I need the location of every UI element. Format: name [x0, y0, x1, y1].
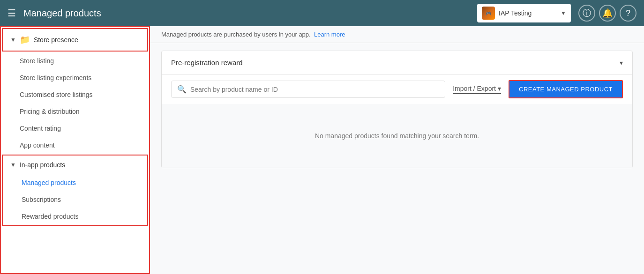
inapp-chevron-icon: ▼: [10, 162, 16, 168]
sidebar-item-store-listing-experiments[interactable]: Store listing experiments: [1, 69, 149, 86]
sidebar-section-store-presence[interactable]: ▼ 📁 Store presence: [2, 28, 148, 52]
main-layout: ▼ 📁 Store presence Store listing Store l…: [0, 26, 644, 274]
page-title: Managed products: [23, 8, 470, 19]
menu-icon[interactable]: ☰: [7, 7, 16, 19]
search-actions-bar: 🔍 Import / Export ▾ CREATE MANAGED PRODU…: [162, 74, 632, 104]
app-icon: 🎮: [482, 7, 495, 20]
bell-icon: 🔔: [602, 8, 613, 18]
app-icon-text: 🎮: [486, 11, 491, 16]
import-export-button[interactable]: Import / Export ▾: [453, 85, 501, 94]
info-bar: Managed products are purchased by users …: [150, 26, 644, 43]
header: ☰ Managed products 🎮 IAP Testing ▼ ⓘ 🔔 ?: [0, 0, 644, 26]
sidebar-subsection-inapp: ▼ In-app products Managed products Subsc…: [2, 155, 148, 226]
inapp-products-label: In-app products: [20, 161, 65, 169]
store-presence-chevron-icon: ▼: [10, 37, 16, 43]
app-selector-chevron-icon: ▼: [561, 10, 566, 16]
pre-registration-card: Pre-registration reward ▾ 🔍 Import / Exp…: [161, 51, 633, 168]
search-box: 🔍: [171, 81, 445, 98]
store-presence-label: Store presence: [34, 36, 78, 44]
sidebar-section-inapp-products[interactable]: ▼ In-app products: [3, 156, 147, 174]
store-presence-folder-icon: 📁: [20, 35, 30, 45]
sidebar-item-subscriptions[interactable]: Subscriptions: [3, 191, 147, 208]
app-name: IAP Testing: [499, 9, 557, 17]
pre-registration-chevron-icon: ▾: [620, 59, 623, 67]
sidebar: ▼ 📁 Store presence Store listing Store l…: [0, 26, 150, 274]
content-body: Pre-registration reward ▾ 🔍 Import / Exp…: [150, 43, 644, 183]
header-icons: ⓘ 🔔 ?: [578, 5, 637, 22]
app-selector[interactable]: 🎮 IAP Testing ▼: [477, 4, 571, 22]
sidebar-item-content-rating[interactable]: Content rating: [1, 120, 149, 137]
import-export-label: Import / Export: [453, 85, 496, 92]
empty-state-message: No managed products found matching your …: [315, 132, 479, 140]
sidebar-item-store-listing[interactable]: Store listing: [1, 52, 149, 69]
sidebar-item-pricing-distribution[interactable]: Pricing & distribution: [1, 103, 149, 120]
empty-state: No managed products found matching your …: [162, 104, 632, 168]
bell-icon-button[interactable]: 🔔: [599, 5, 616, 22]
import-export-chevron-icon: ▾: [498, 85, 501, 92]
pre-registration-card-header[interactable]: Pre-registration reward ▾: [162, 51, 632, 74]
pre-registration-title: Pre-registration reward: [171, 59, 243, 67]
content-area: Managed products are purchased by users …: [150, 26, 644, 274]
info-icon-button[interactable]: ⓘ: [578, 5, 595, 22]
create-managed-product-button[interactable]: CREATE MANAGED PRODUCT: [509, 80, 623, 98]
sidebar-item-rewarded-products[interactable]: Rewarded products: [3, 208, 147, 225]
search-icon: 🔍: [177, 85, 187, 94]
search-input[interactable]: [190, 86, 439, 93]
help-icon-button[interactable]: ?: [620, 5, 637, 22]
learn-more-link[interactable]: Learn more: [314, 31, 345, 38]
info-bar-text: Managed products are purchased by users …: [161, 31, 311, 38]
help-icon: ?: [626, 8, 630, 18]
sidebar-item-managed-products[interactable]: Managed products: [3, 174, 147, 191]
sidebar-item-app-content[interactable]: App content: [1, 137, 149, 154]
sidebar-item-customised-store-listings[interactable]: Customised store listings: [1, 86, 149, 103]
info-icon: ⓘ: [583, 7, 591, 19]
